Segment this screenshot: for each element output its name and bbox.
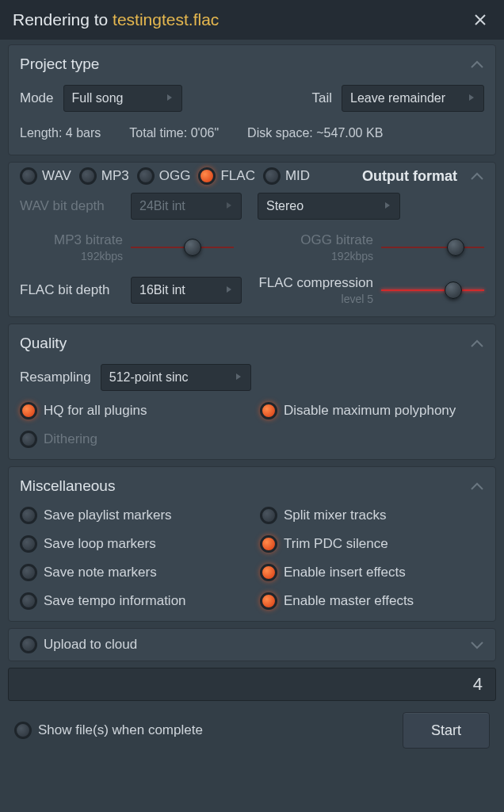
- channels-dropdown[interactable]: Stereo: [258, 193, 400, 220]
- flac-depth-label: FLAC bit depth: [20, 282, 123, 298]
- dropdown-arrow-icon: [468, 91, 475, 105]
- misc-panel: Miscellaneous Save playlist markers Spli…: [8, 466, 496, 622]
- dropdown-arrow-icon: [235, 370, 242, 385]
- progress-value: 4: [473, 674, 483, 695]
- radio-icon: [260, 592, 277, 610]
- dialog-body: Project type Mode Full song Tail Leave r…: [0, 40, 504, 812]
- radio-icon: [260, 402, 277, 419]
- save-loop-toggle[interactable]: Save loop markers: [20, 535, 244, 553]
- dropdown-arrow-icon: [166, 91, 174, 105]
- radio-icon: [260, 564, 277, 581]
- title-prefix: Rendering to: [13, 10, 113, 29]
- radio-icon: [20, 535, 37, 553]
- split-mixer-toggle[interactable]: Split mixer tracks: [260, 507, 484, 524]
- radio-icon: [20, 564, 37, 581]
- progress-bar: 4: [8, 668, 496, 701]
- radio-icon: [20, 167, 37, 185]
- misc-header: Miscellaneous: [20, 477, 115, 495]
- titlebar: Rendering to testingtest.flac: [0, 0, 504, 40]
- radio-icon: [20, 431, 37, 448]
- close-icon[interactable]: [469, 9, 491, 31]
- format-mid[interactable]: MID: [263, 167, 310, 185]
- tail-value: Leave remainder: [350, 91, 445, 105]
- flac-compression-slider[interactable]: [381, 279, 484, 301]
- footer: Show file(s) when complete Start: [8, 707, 496, 750]
- flac-compression-value: level 5: [342, 293, 373, 305]
- output-format-header: Output format: [362, 168, 457, 185]
- radio-icon: [198, 167, 216, 185]
- dropdown-arrow-icon: [225, 283, 233, 297]
- mp3-bitrate-slider[interactable]: [131, 236, 234, 259]
- project-type-panel: Project type Mode Full song Tail Leave r…: [8, 44, 496, 155]
- resampling-label: Resampling: [20, 370, 91, 385]
- quality-panel: Quality Resampling 512-point sinc HQ for…: [8, 324, 496, 460]
- radio-icon: [263, 167, 281, 185]
- tail-dropdown[interactable]: Leave remainder: [342, 85, 484, 112]
- mp3-bitrate-label: MP3 bitrate: [54, 232, 123, 248]
- radio-icon: [14, 722, 32, 739]
- tail-label: Tail: [311, 90, 332, 106]
- radio-icon: [20, 507, 37, 524]
- ogg-bitrate-label: OGG bitrate: [300, 232, 373, 248]
- upload-cloud-label: Upload to cloud: [44, 637, 137, 653]
- radio-icon: [20, 592, 37, 610]
- upload-cloud-panel[interactable]: Upload to cloud: [8, 628, 496, 661]
- flac-compression-label: FLAC compression: [258, 275, 373, 291]
- format-mp3[interactable]: MP3: [79, 167, 129, 185]
- show-files-toggle[interactable]: Show file(s) when complete: [14, 722, 203, 739]
- radio-icon: [137, 167, 155, 185]
- collapse-icon[interactable]: [470, 171, 484, 181]
- enable-insert-toggle[interactable]: Enable insert effects: [260, 564, 484, 581]
- quality-header: Quality: [20, 335, 67, 352]
- window-title: Rendering to testingtest.flac: [13, 10, 219, 29]
- title-filename: testingtest.flac: [113, 10, 219, 29]
- collapse-icon[interactable]: [470, 481, 484, 491]
- radio-icon: [20, 402, 37, 419]
- resampling-dropdown[interactable]: 512-point sinc: [101, 364, 251, 391]
- mode-value: Full song: [72, 91, 124, 105]
- radio-icon: [79, 167, 97, 185]
- dropdown-arrow-icon: [225, 199, 233, 213]
- mode-dropdown[interactable]: Full song: [63, 85, 182, 112]
- format-ogg[interactable]: OGG: [137, 167, 191, 185]
- radio-icon: [20, 636, 37, 653]
- mp3-bitrate-value: 192kbps: [81, 250, 123, 262]
- trim-pdc-toggle[interactable]: Trim PDC silence: [260, 535, 484, 553]
- project-type-header: Project type: [20, 56, 99, 73]
- start-button[interactable]: Start: [403, 712, 490, 749]
- save-note-toggle[interactable]: Save note markers: [20, 564, 244, 581]
- disable-polyphony-toggle[interactable]: Disable maximum polyphony: [260, 402, 484, 419]
- save-tempo-toggle[interactable]: Save tempo information: [20, 592, 244, 610]
- wav-depth-dropdown[interactable]: 24Bit int: [131, 193, 242, 220]
- output-format-panel: WAV MP3 OGG FLAC MID Output: [8, 162, 496, 317]
- radio-icon: [260, 535, 277, 553]
- render-dialog: Rendering to testingtest.flac Project ty…: [0, 0, 504, 812]
- hq-plugins-toggle[interactable]: HQ for all plugins: [20, 402, 244, 419]
- collapse-icon[interactable]: [470, 339, 484, 348]
- total-time-text: Total time: 0'06": [129, 126, 219, 140]
- ogg-bitrate-value: 192kbps: [331, 250, 373, 262]
- flac-depth-dropdown[interactable]: 16Bit int: [131, 277, 242, 304]
- radio-icon: [260, 507, 277, 524]
- length-text: Length: 4 bars: [20, 126, 101, 140]
- format-wav[interactable]: WAV: [20, 167, 71, 185]
- enable-master-toggle[interactable]: Enable master effects: [260, 592, 484, 610]
- ogg-bitrate-slider[interactable]: [381, 236, 484, 259]
- format-flac[interactable]: FLAC: [198, 167, 254, 185]
- disk-space-text: Disk space: ~547.00 KB: [247, 126, 383, 140]
- mode-label: Mode: [20, 90, 54, 106]
- save-playlist-toggle[interactable]: Save playlist markers: [20, 507, 244, 524]
- expand-icon[interactable]: [470, 640, 484, 649]
- collapse-icon[interactable]: [470, 59, 484, 69]
- wav-depth-label: WAV bit depth: [20, 198, 123, 214]
- dithering-toggle[interactable]: Dithering: [20, 431, 244, 448]
- dropdown-arrow-icon: [384, 199, 391, 213]
